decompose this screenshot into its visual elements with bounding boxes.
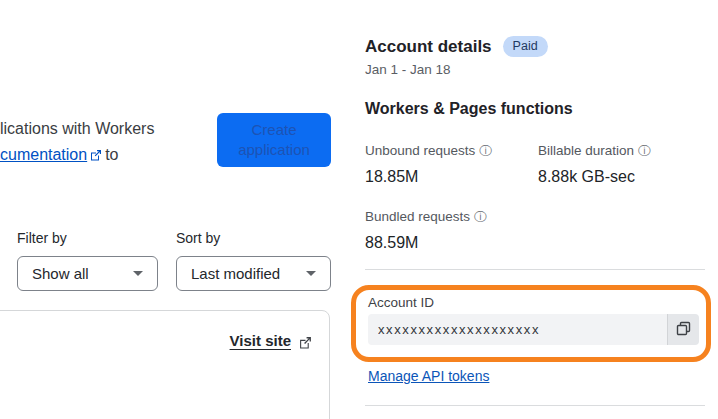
- sort-dropdown-value: Last modified: [191, 265, 280, 282]
- filter-by-label: Filter by: [17, 230, 67, 246]
- external-link-icon: [90, 149, 102, 161]
- metric-label: Bundled requests: [365, 209, 470, 224]
- sort-by-label: Sort by: [176, 230, 220, 246]
- filter-dropdown-value: Show all: [32, 265, 89, 282]
- metric-label: Unbound requests: [365, 143, 475, 158]
- external-link-icon: [299, 335, 312, 348]
- info-icon[interactable]: ⓘ: [638, 144, 651, 158]
- copy-icon: [676, 321, 691, 339]
- divider: [365, 405, 705, 406]
- divider: [365, 269, 705, 270]
- metric-billable-duration: Billable durationⓘ 8.88k GB-sec: [538, 143, 651, 186]
- account-id-input[interactable]: [368, 314, 667, 345]
- account-id-field-group: [368, 314, 699, 345]
- metric-unbound-requests: Unbound requestsⓘ 18.85M: [365, 143, 492, 186]
- metric-bundled-requests: Bundled requestsⓘ 88.59M: [365, 209, 487, 252]
- chevron-down-icon: [133, 271, 143, 276]
- info-icon[interactable]: ⓘ: [474, 210, 487, 224]
- metric-value: 8.88k GB-sec: [538, 168, 651, 186]
- intro-line-1: lications with Workers: [0, 116, 215, 142]
- metric-value: 18.85M: [365, 168, 492, 186]
- date-range: Jan 1 - Jan 18: [365, 62, 451, 77]
- project-card: Visit site: [0, 310, 330, 419]
- paid-badge: Paid: [503, 36, 548, 57]
- create-application-button[interactable]: Create application: [217, 113, 331, 167]
- chevron-down-icon: [306, 271, 316, 276]
- filter-dropdown[interactable]: Show all: [17, 256, 158, 291]
- visit-site-link[interactable]: Visit site: [230, 332, 291, 349]
- account-id-label: Account ID: [368, 295, 434, 310]
- intro-after-link: to: [105, 146, 118, 163]
- workers-pages-functions-title: Workers & Pages functions: [365, 100, 573, 118]
- copy-button[interactable]: [667, 314, 699, 345]
- documentation-link[interactable]: cumentation: [0, 146, 87, 163]
- info-icon[interactable]: ⓘ: [479, 144, 492, 158]
- metric-label: Billable duration: [538, 143, 634, 158]
- intro-line-2: cumentationto: [0, 142, 215, 168]
- manage-api-tokens-link[interactable]: Manage API tokens: [368, 368, 489, 384]
- sort-dropdown[interactable]: Last modified: [176, 256, 331, 291]
- account-details-title: Account details: [365, 37, 492, 57]
- intro-text: lications with Workers cumentationto: [0, 116, 215, 168]
- metric-value: 88.59M: [365, 234, 487, 252]
